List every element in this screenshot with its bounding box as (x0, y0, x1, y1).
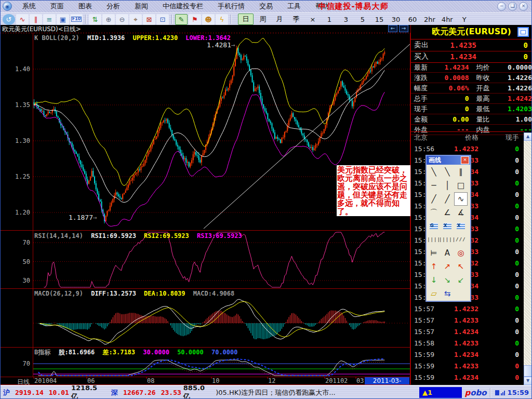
draw-tool-delete-drawings[interactable]: ⇆ (441, 287, 454, 300)
users-button[interactable]: ☻ (202, 14, 215, 25)
draw-tool-arc[interactable]: ⌒ (427, 206, 441, 219)
sh-market-label[interactable]: 沪 (3, 388, 10, 397)
draw-tool-arrow-nw[interactable]: ↖ (454, 260, 468, 273)
draw-tool-arrow-down[interactable]: ↓ (427, 273, 441, 287)
draw-tool-fan-lines[interactable]: ∡ (454, 206, 468, 219)
alarm-bell-button[interactable]: ⚑ (189, 14, 201, 25)
candle-chart-button[interactable]: ‖ (30, 14, 42, 25)
menu-交易[interactable]: 交易 (252, 0, 280, 12)
draw-tool-slant-cycle[interactable]: /// (454, 233, 468, 246)
tape-row[interactable]: 15:571.42320 (411, 303, 524, 314)
tape-row[interactable]: 15:591.42330 (411, 360, 524, 371)
menu-图表[interactable]: 图表 (71, 0, 99, 12)
period-5[interactable]: 5 (355, 15, 370, 24)
draw-tool-gann-grid[interactable]: G (427, 219, 441, 233)
scroll-down-icon[interactable]: ▼ (524, 377, 532, 385)
draw-tool-trend-line[interactable]: ╲ (427, 165, 441, 179)
panel-restore-icon[interactable] (517, 27, 529, 37)
period-15[interactable]: 15 (372, 15, 387, 24)
draw-tool-arrow-sw[interactable]: ↙ (454, 273, 468, 287)
draw-tool-vertical-line[interactable]: │ (441, 179, 454, 192)
menu-系统[interactable]: 系统 (15, 0, 43, 12)
f10-info-button[interactable]: F10 (70, 14, 83, 25)
app-logo-icon[interactable]: ◉ (3, 2, 12, 11)
svg-text:10: 10 (212, 377, 219, 384)
draw-tool-line-segment[interactable]: ╲ (441, 165, 454, 179)
tape-row[interactable]: 15:591.42340 (411, 349, 524, 360)
tape-price: 1.4233 (444, 362, 478, 370)
menu-中信建投专栏[interactable]: 中信建投专栏 (155, 0, 210, 12)
draw-line-button[interactable]: ✎ (175, 14, 188, 25)
draw-tool-x-grid-2[interactable]: X (454, 219, 468, 233)
period-日[interactable]: 日 (238, 14, 254, 25)
period-周[interactable]: 周 (256, 14, 270, 24)
draw-tool-arrow-se[interactable]: ↘ (441, 273, 454, 287)
signal-icon (495, 390, 505, 395)
draw-tool-eraser[interactable]: ▱ (427, 287, 441, 300)
close-button[interactable]: × (519, 2, 528, 11)
zoom-out-button[interactable]: ⊖ (116, 14, 128, 25)
draw-tool-text-tool[interactable]: A (441, 246, 454, 260)
tape-row[interactable]: 15:581.42330 (411, 337, 524, 349)
draw-tool-arrow-ne[interactable]: ↗ (441, 260, 454, 273)
alert-indicator[interactable]: ▲1 (419, 387, 461, 398)
period-2hr[interactable]: 2hr (422, 15, 437, 24)
menu-分析[interactable]: 分析 (99, 0, 127, 12)
news-ticker[interactable]: )05.HK)连升四日；瑞信仍看跑赢大市... (216, 388, 419, 397)
line-chart-button[interactable]: ∿ (16, 14, 29, 25)
drag-hand-button[interactable]: ⌖ (129, 14, 142, 25)
palette-close-icon[interactable]: × (461, 156, 469, 164)
draw-tool-x-grid[interactable]: X (441, 219, 454, 233)
period-1[interactable]: 1 (322, 15, 337, 24)
period-3[interactable]: 3 (339, 15, 353, 24)
draw-tool-ray-line[interactable]: ╱ (427, 192, 441, 206)
draw-tool-parallel-lines[interactable]: ∥ (454, 165, 468, 179)
draw-tool-gann-wheel[interactable]: ◎ (454, 246, 468, 260)
draw-tool-short-segment[interactable]: ╱ (441, 192, 454, 206)
dock-window-button[interactable]: ⊡ (156, 14, 169, 25)
tape-row[interactable]: 15:591.42340 (411, 371, 524, 383)
tape-row[interactable]: 15:571.42330 (411, 314, 524, 326)
home-button[interactable]: ↺ (3, 14, 15, 25)
prev-symbol-button[interactable]: ← (388, 25, 397, 32)
period-4hr[interactable]: 4hr (440, 15, 455, 24)
tape-scrollbar[interactable]: ▲ ▼ (524, 132, 532, 385)
period-季[interactable]: 季 (289, 14, 303, 24)
pop-window-button[interactable]: ⊠ (143, 14, 155, 25)
draw-tool-angle-line[interactable]: ∠ (441, 206, 454, 219)
tape-price: 1.4233 (444, 316, 478, 324)
svg-text:70: 70 (23, 239, 30, 246)
scroll-up-icon[interactable]: ▲ (524, 132, 532, 141)
flash-button[interactable]: ϟ (216, 14, 228, 25)
draw-tool-wave-line[interactable]: ∿ (454, 192, 468, 206)
arrow-se-icon: ↘ (444, 276, 451, 284)
quote-board-button[interactable]: ≡ (43, 14, 56, 25)
period-月[interactable]: 月 (272, 14, 287, 24)
period-30[interactable]: 30 (389, 15, 403, 24)
menu-手机行情[interactable]: 手机行情 (210, 0, 252, 12)
restore-button[interactable]: ❑ (508, 2, 517, 11)
period-60[interactable]: 60 (405, 15, 420, 24)
menu-新闻[interactable]: 新闻 (127, 0, 155, 12)
boll-upper: UPPER:1.4230 (132, 34, 178, 42)
scrollbar-thumb[interactable] (524, 365, 532, 377)
tape-volume: 0 (478, 168, 524, 176)
draw-tool-horizontal-line[interactable]: ─ (427, 179, 441, 192)
minimize-button[interactable]: − (497, 2, 506, 11)
period-×[interactable]: × (305, 15, 320, 24)
next-symbol-button[interactable]: → (399, 25, 408, 32)
refresh-button[interactable]: ⇅ (89, 14, 101, 25)
zoom-in-button[interactable]: ⊕ (102, 14, 115, 25)
draw-tool-arrow-up[interactable]: ↑ (427, 260, 441, 273)
draw-tool-cycle-lines-2[interactable]: ||||| (441, 233, 454, 246)
menu-页面[interactable]: 页面 (43, 0, 71, 12)
tape-row[interactable]: 15:561.42320 (411, 143, 524, 154)
sz-market-label[interactable]: 深 (111, 388, 118, 397)
draw-tool-rectangle[interactable]: □ (454, 179, 468, 192)
period-Y[interactable]: Y (457, 15, 472, 24)
tape-row[interactable]: 15:571.42340 (411, 326, 524, 337)
news-monitor-button[interactable]: ▣ (57, 14, 69, 25)
draw-tool-golden-section[interactable]: ⊨ (427, 246, 441, 260)
palette-title-bar[interactable]: 画线 × (427, 156, 470, 165)
chart-annotation-note[interactable]: 美元指数已经突破，欧元离前高点一步之遥，突破应该不是问题，但关键是还有走多远，就… (337, 165, 410, 216)
